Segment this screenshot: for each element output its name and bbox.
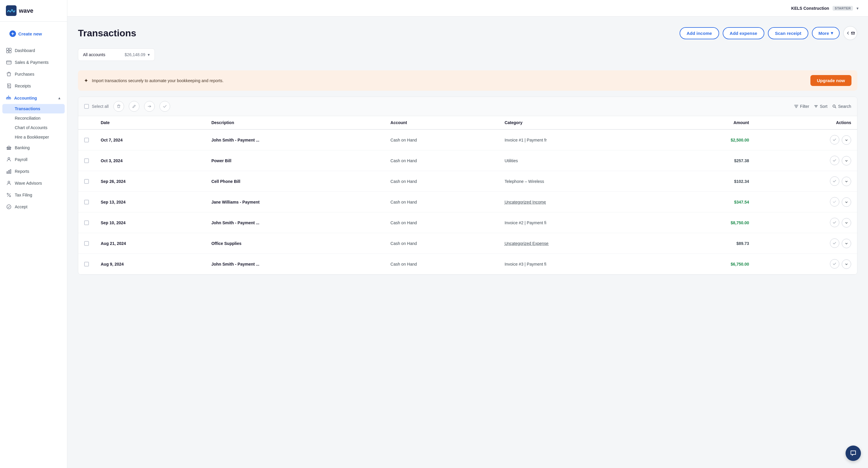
subnav-chart-of-accounts[interactable]: Chart of Accounts — [0, 123, 67, 133]
row-category[interactable]: Utilities — [499, 150, 665, 171]
row-description[interactable]: Cell Phone Bill — [206, 171, 384, 192]
scale-icon — [6, 95, 11, 101]
scan-receipt-button[interactable]: Scan receipt — [768, 27, 808, 39]
row-actions — [755, 254, 857, 274]
dropdown-row-button[interactable] — [842, 135, 851, 145]
approve-row-button[interactable] — [830, 218, 839, 227]
row-actions — [755, 212, 857, 233]
sidebar-item-accounting[interactable]: Accounting ▲ — [0, 92, 67, 104]
row-category[interactable]: Invoice #1 | Payment fr — [499, 129, 665, 150]
approve-row-button[interactable] — [830, 176, 839, 186]
add-income-button[interactable]: Add income — [680, 27, 719, 39]
sidebar-item-wave-advisors[interactable]: Wave Advisors — [0, 177, 67, 189]
sidebar-item-sales-payments[interactable]: Sales & Payments — [0, 56, 67, 68]
topbar: KELS Construction STARTER ▾ — [67, 0, 868, 17]
row-category[interactable]: Invoice #3 | Payment fi — [499, 254, 665, 274]
approve-row-button[interactable] — [830, 259, 839, 269]
filter-button[interactable]: Filter — [794, 104, 809, 109]
accept-icon — [6, 204, 12, 210]
row-amount: $2,500.00 — [665, 129, 755, 150]
row-category[interactable]: Invoice #2 | Payment fi — [499, 212, 665, 233]
sidebar-item-reports[interactable]: Reports — [0, 166, 67, 177]
row-checkbox[interactable] — [84, 138, 89, 142]
subnav-hire-bookkeeper[interactable]: Hire a Bookkeeper — [0, 133, 67, 142]
row-description[interactable]: Power Bill — [206, 150, 384, 171]
chat-bubble-button[interactable] — [845, 445, 861, 461]
approve-row-button[interactable] — [830, 156, 839, 165]
company-dropdown-chevron[interactable]: ▾ — [857, 6, 859, 11]
search-icon — [832, 104, 836, 109]
row-description[interactable]: John Smith - Payment ... — [206, 254, 384, 274]
sidebar-item-banking-label: Banking — [15, 145, 30, 150]
row-checkbox[interactable] — [84, 221, 89, 225]
sidebar-item-reports-label: Reports — [15, 169, 29, 174]
sidebar-item-banking[interactable]: Banking — [0, 142, 67, 154]
approve-row-button[interactable] — [830, 135, 839, 144]
table-header-row: Date Description Account Category Amount… — [78, 116, 857, 129]
account-selector[interactable]: All accounts $26,148.09 ▾ — [78, 49, 155, 61]
sidebar-nav: + Create new Dashboard Sales & Payments … — [0, 22, 67, 468]
add-expense-button[interactable]: Add expense — [723, 27, 764, 39]
table-row: Aug 9, 2024 John Smith - Payment ... Cas… — [78, 254, 857, 274]
row-account: Cash on Hand — [384, 150, 499, 171]
bank-icon — [6, 145, 12, 151]
sort-button[interactable]: Sort — [814, 104, 828, 109]
svg-line-22 — [7, 194, 10, 197]
approve-row-button[interactable] — [830, 238, 839, 248]
row-actions — [755, 192, 857, 212]
select-all-checkbox[interactable] — [84, 104, 89, 109]
search-button[interactable]: Search — [832, 104, 851, 109]
sidebar-item-purchases-label: Purchases — [15, 72, 34, 77]
row-amount: $257.38 — [665, 150, 755, 171]
subnav-reconciliation[interactable]: Reconciliation — [0, 113, 67, 123]
banner-icon: ✦ — [84, 78, 88, 84]
create-new-button[interactable]: + Create new — [5, 27, 46, 40]
sidebar-item-payroll[interactable]: Payroll — [0, 154, 67, 166]
sidebar-item-tax-filing[interactable]: Tax Filing — [0, 189, 67, 201]
grid-icon — [6, 48, 12, 54]
row-account: Cash on Hand — [384, 171, 499, 192]
row-checkbox[interactable] — [84, 158, 89, 163]
row-date: Oct 3, 2024 — [95, 150, 206, 171]
header-icon-button[interactable] — [843, 26, 857, 40]
page-title: Transactions — [78, 28, 136, 39]
banner-left: ✦ Import transactions securely to automa… — [84, 78, 224, 84]
dropdown-row-button[interactable] — [842, 218, 851, 228]
dropdown-row-button[interactable] — [842, 177, 851, 186]
row-description[interactable]: John Smith - Payment ... — [206, 129, 384, 150]
sidebar-item-dashboard[interactable]: Dashboard — [0, 45, 67, 56]
row-category[interactable]: Uncategorized Expense — [499, 233, 665, 254]
more-label: More — [818, 31, 829, 36]
row-date: Sep 26, 2024 — [95, 171, 206, 192]
row-checkbox-cell — [78, 150, 95, 171]
upgrade-now-button[interactable]: Upgrade now — [810, 75, 851, 86]
delete-action-button[interactable] — [114, 101, 124, 112]
select-all-label: Select all — [92, 104, 109, 109]
row-category[interactable]: Uncategorized Income — [499, 192, 665, 212]
approve-row-button[interactable] — [830, 197, 839, 207]
more-button[interactable]: More ▾ — [812, 27, 840, 39]
svg-rect-4 — [9, 51, 11, 53]
sidebar: wave + Create new Dashboard Sales & Paym… — [0, 0, 67, 468]
row-description[interactable]: John Smith - Payment ... — [206, 212, 384, 233]
dropdown-row-button[interactable] — [842, 156, 851, 166]
svg-rect-18 — [7, 172, 8, 173]
row-checkbox[interactable] — [84, 262, 89, 266]
row-checkbox[interactable] — [84, 200, 89, 204]
row-checkbox[interactable] — [84, 179, 89, 184]
row-checkbox[interactable] — [84, 241, 89, 246]
dropdown-row-button[interactable] — [842, 259, 851, 269]
row-description[interactable]: Office Supplies — [206, 233, 384, 254]
row-category[interactable]: Telephone – Wireless — [499, 171, 665, 192]
transfer-action-button[interactable] — [144, 101, 155, 112]
dropdown-row-button[interactable] — [842, 239, 851, 248]
approve-action-button[interactable] — [159, 101, 170, 112]
dropdown-row-button[interactable] — [842, 197, 851, 207]
sidebar-item-accept[interactable]: Accept — [0, 201, 67, 213]
subnav-transactions[interactable]: Transactions — [2, 104, 65, 113]
sidebar-item-purchases[interactable]: Purchases — [0, 68, 67, 80]
edit-action-button[interactable] — [129, 101, 140, 112]
row-description[interactable]: Jane Williams - Payment — [206, 192, 384, 212]
receipt-icon — [6, 83, 12, 89]
sidebar-item-receipts[interactable]: Receipts — [0, 80, 67, 92]
